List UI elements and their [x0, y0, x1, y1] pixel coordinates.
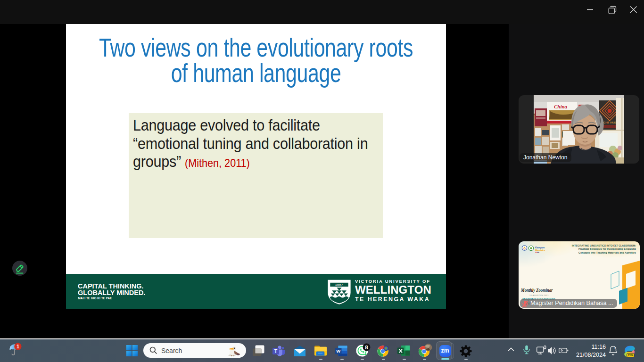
- svg-text:Merdeka: Merdeka: [535, 249, 545, 252]
- svg-text:W: W: [336, 348, 340, 354]
- svg-text:China: China: [554, 104, 568, 109]
- svg-text:T: T: [274, 348, 278, 354]
- svg-text:z: z: [614, 346, 616, 350]
- svg-text:1: 1: [17, 344, 19, 349]
- svg-text:1897: 1897: [335, 283, 343, 286]
- svg-text:8: 8: [365, 345, 368, 350]
